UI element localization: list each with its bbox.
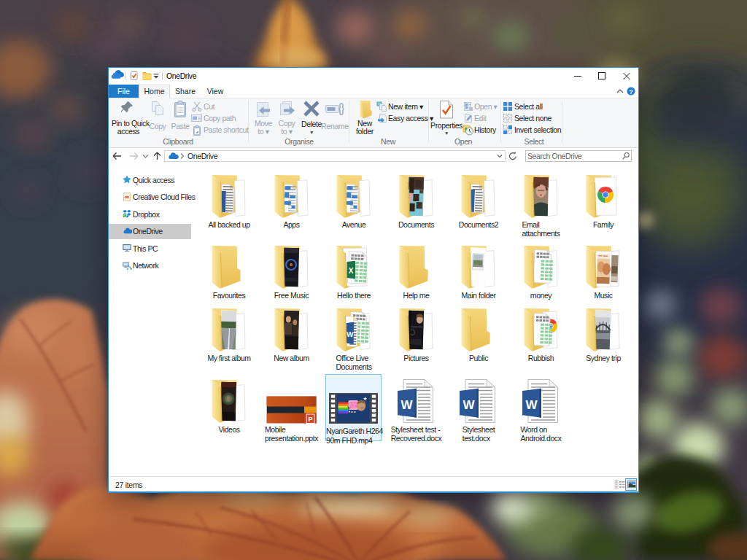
svg-text:∞: ∞ (125, 193, 130, 201)
svg-text:OneDrive: OneDrive (166, 71, 197, 80)
svg-text:W: W (347, 330, 354, 338)
svg-text:P: P (308, 416, 312, 423)
svg-text:X: X (349, 267, 354, 275)
svg-text:?: ? (629, 88, 633, 96)
